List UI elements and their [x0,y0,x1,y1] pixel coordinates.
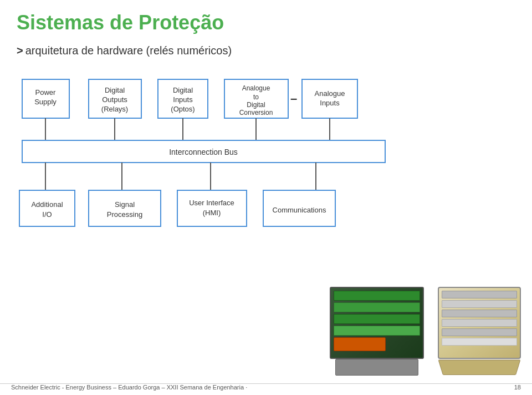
page-title: Sistemas de Proteção [17,11,515,34]
svg-text:User Interface: User Interface [189,199,234,207]
hardware-device-right [438,287,526,376]
footer: Schneider Electric - Energy Business – E… [0,383,532,391]
svg-text:to: to [253,93,259,101]
svg-text:Additional: Additional [31,200,63,209]
svg-text:Conversion: Conversion [239,109,273,117]
svg-text:Analogue: Analogue [242,84,270,92]
svg-text:(Optos): (Optos) [171,105,195,113]
svg-text:Supply: Supply [34,98,57,106]
bus-label: Interconnection Bus [169,148,238,156]
svg-text:Analogue: Analogue [315,89,345,98]
svg-text:Inputs: Inputs [320,99,340,107]
svg-text:Processing: Processing [107,210,142,219]
svg-text:Power: Power [35,88,57,97]
architecture-diagram: Power Supply Digital Outputs (Relays) Di… [17,74,515,262]
hardware-device-left [330,287,429,376]
svg-text:Outputs: Outputs [102,95,127,104]
footer-left: Schneider Electric - Energy Business – E… [11,384,247,391]
svg-text:I/O: I/O [42,210,52,219]
subtitle: >arquitetura de hardware (relés numérico… [17,44,515,57]
svg-text:Communications: Communications [273,206,326,214]
footer-page-number: 18 [514,384,521,391]
page-container: Sistemas de Proteção >arquitetura de har… [0,0,532,395]
hardware-image-area [330,287,526,376]
svg-text:Digital: Digital [173,86,193,94]
svg-text:(HMI): (HMI) [203,209,221,217]
subtitle-text: arquitetura de hardware (relés numéricos… [25,44,232,57]
subtitle-arrow: > [17,44,23,57]
svg-text:–: – [290,92,297,105]
svg-text:(Relays): (Relays) [101,105,128,113]
svg-text:Digital: Digital [247,101,265,109]
svg-text:Signal: Signal [115,200,135,209]
svg-text:Digital: Digital [105,86,125,94]
svg-text:Inputs: Inputs [173,95,193,104]
